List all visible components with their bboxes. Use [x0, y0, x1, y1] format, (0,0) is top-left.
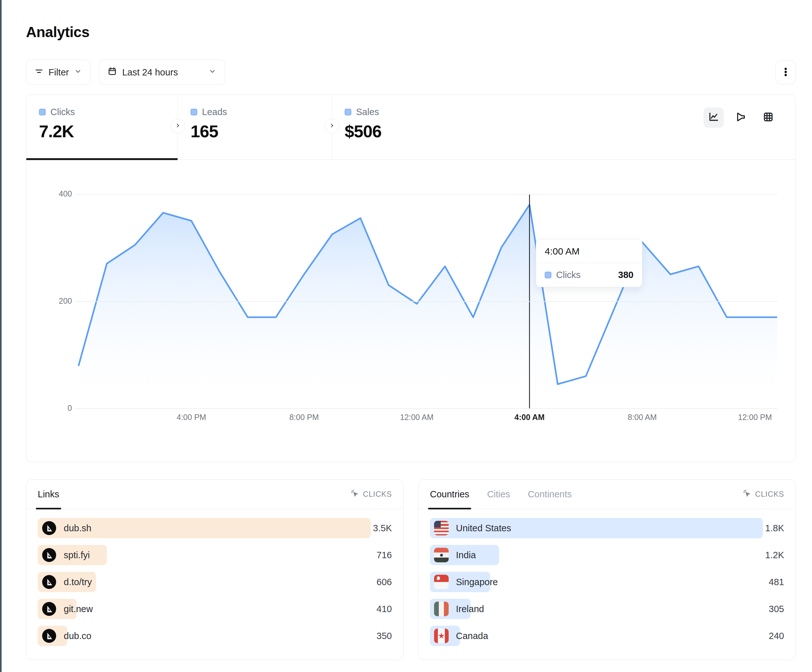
sg-flag-icon [434, 575, 449, 589]
tab-links[interactable]: Links [38, 479, 59, 509]
clicks-time-series-chart[interactable]: 4:00 AM Clicks 380 02004004:00 PM8:00 PM… [26, 160, 795, 462]
expand-clicks-button[interactable] [171, 119, 185, 133]
calendar-icon [107, 67, 117, 78]
list-item[interactable]: Canada 240 [430, 626, 784, 646]
row-icon [434, 575, 449, 589]
clicks-legend-chip [39, 109, 46, 115]
row-icon [434, 602, 449, 616]
links-list: dub.sh 3.5K spti.fyi 716 d.to/try 606 gi… [26, 509, 403, 646]
row-label: India [456, 550, 476, 560]
dub-logo-icon [42, 521, 56, 536]
page-title: Analytics [26, 24, 796, 41]
list-item[interactable]: spti.fyi 716 [38, 545, 392, 565]
list-item[interactable]: Ireland 305 [430, 599, 784, 619]
countries-metric-toggle[interactable]: CLICKS [742, 489, 785, 500]
gridline-y-200 [75, 301, 777, 302]
leads-value: 165 [191, 121, 332, 141]
x-axis-tick-label: 4:00 PM [177, 413, 206, 422]
analytics-card: Clicks 7.2K Leads 165 Sales $506 [26, 94, 796, 462]
list-item[interactable]: dub.co 350 [38, 626, 392, 646]
tab-continents-label: Continents [528, 489, 572, 500]
tooltip-value: 380 [618, 270, 633, 280]
analytics-page: Analytics Filter Last 24 hou [26, 0, 796, 660]
cursor-click-icon [350, 489, 359, 500]
line-chart-view-button[interactable] [704, 107, 724, 128]
row-label: Singapore [456, 577, 498, 587]
row-label: git.new [64, 604, 93, 614]
tab-links-label: Links [38, 489, 59, 500]
row-value: 716 [377, 550, 392, 560]
tab-cities-label: Cities [487, 489, 510, 500]
row-label: dub.sh [64, 523, 91, 534]
list-item[interactable]: git.new 410 [38, 599, 392, 619]
cursor-click-icon [742, 489, 751, 500]
table-view-button[interactable] [758, 107, 778, 128]
list-item[interactable]: Singapore 481 [430, 572, 784, 592]
x-axis-tick-label: 8:00 AM [628, 413, 657, 422]
x-axis-tick-label: 12:00 AM [400, 413, 434, 422]
y-axis-tick-label: 400 [44, 189, 72, 198]
row-icon [42, 575, 56, 589]
grid-table-icon [763, 111, 774, 124]
gridline-y-0 [75, 408, 777, 409]
list-item[interactable]: d.to/try 606 [38, 572, 392, 592]
filter-button-label: Filter [48, 67, 69, 78]
y-axis-tick-label: 0 [44, 404, 72, 413]
links-metric-toggle[interactable]: CLICKS [350, 489, 392, 500]
ie-flag-icon [434, 602, 449, 616]
leads-legend-chip [191, 109, 197, 115]
row-value: 3.5K [373, 523, 392, 534]
tooltip-time: 4:00 AM [536, 239, 642, 263]
row-label: Ireland [456, 604, 484, 614]
chevron-down-icon [208, 67, 217, 78]
chevron-down-icon [74, 67, 82, 78]
list-item[interactable]: India 1.2K [430, 545, 784, 565]
tab-continents[interactable]: Continents [528, 479, 572, 509]
date-range-button[interactable]: Last 24 hours [99, 60, 225, 85]
chevron-right-icon [175, 122, 181, 130]
date-range-label: Last 24 hours [122, 67, 178, 78]
dub-logo-icon [42, 575, 56, 589]
dub-logo-icon [42, 548, 56, 562]
countries-list: United States 1.8K India 1.2K Singapore … [418, 509, 795, 646]
clicks-value: 7.2K [39, 121, 177, 141]
chart-tooltip: 4:00 AM Clicks 380 [536, 239, 642, 287]
row-label: dub.co [64, 631, 91, 641]
ca-flag-icon [434, 629, 449, 643]
tab-clicks[interactable]: Clicks 7.2K [26, 95, 178, 159]
sidebar-edge-strip [0, 0, 2, 672]
tab-countries-label: Countries [430, 489, 469, 500]
tooltip-series-label: Clicks [556, 270, 580, 280]
in-flag-icon [434, 548, 449, 562]
row-value: 240 [769, 631, 784, 641]
countries-panel: Countries Cities Continents [418, 479, 796, 660]
row-value: 481 [769, 577, 784, 587]
tab-countries[interactable]: Countries [430, 479, 469, 509]
row-icon [434, 629, 449, 643]
breakdown-panels: Links CLICKS dub.sh 3.5K [26, 479, 796, 660]
countries-metric-label: CLICKS [755, 490, 785, 499]
links-panel: Links CLICKS dub.sh 3.5K [26, 479, 404, 660]
sales-legend-chip [345, 109, 351, 115]
row-value: 1.8K [765, 523, 784, 534]
tab-cities[interactable]: Cities [487, 479, 510, 509]
list-item[interactable]: dub.sh 3.5K [38, 518, 392, 538]
tooltip-legend-chip [545, 272, 551, 278]
funnel-icon [735, 111, 747, 124]
tab-leads[interactable]: Leads 165 [178, 95, 332, 159]
row-label: United States [456, 523, 511, 534]
gridline-y-400 [75, 194, 777, 194]
metric-tabs: Clicks 7.2K Leads 165 Sales $506 [26, 95, 795, 160]
funnel-view-button[interactable] [731, 107, 751, 128]
filter-button[interactable]: Filter [26, 60, 91, 85]
more-options-button[interactable] [776, 60, 796, 84]
row-label: spti.fyi [64, 550, 90, 560]
row-icon [434, 548, 449, 562]
filter-icon [34, 67, 43, 78]
row-label: Canada [456, 631, 488, 641]
list-item[interactable]: United States 1.8K [430, 518, 784, 538]
links-metric-label: CLICKS [363, 490, 392, 499]
expand-leads-button[interactable] [325, 119, 339, 133]
row-value: 1.2K [765, 550, 784, 560]
row-icon [42, 629, 56, 643]
